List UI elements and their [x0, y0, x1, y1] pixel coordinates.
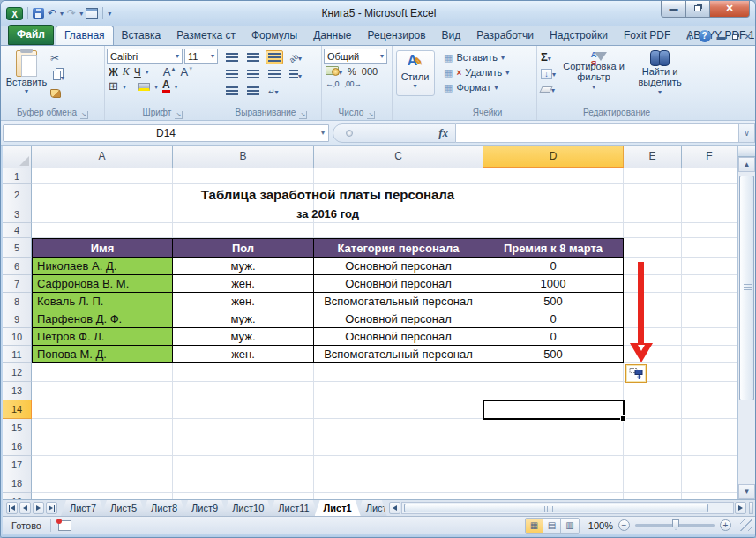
sheet-tab-Лист11[interactable]: Лист11	[269, 500, 318, 516]
cell-C13[interactable]	[314, 382, 483, 400]
chevron-down-icon[interactable]: ▾	[60, 10, 64, 18]
cell-D1[interactable]	[483, 168, 624, 184]
row-header-18[interactable]: 18	[3, 474, 32, 493]
dialog-launcher-icon[interactable]: ↘	[299, 111, 307, 119]
cell-A16[interactable]	[32, 437, 173, 456]
row-header-13[interactable]: 13	[3, 382, 32, 400]
cell-D15[interactable]	[483, 419, 624, 437]
decrease-decimal-button[interactable]: ,00→	[344, 79, 362, 88]
cell-C11[interactable]: Вспомогательный персонал	[314, 346, 483, 363]
cell-B3[interactable]	[173, 205, 314, 223]
redo-icon[interactable]: ↷	[66, 6, 77, 20]
formula-input[interactable]	[456, 123, 739, 143]
row-header-12[interactable]: 12	[3, 363, 32, 382]
paste-button[interactable]: Вставить ▾	[3, 49, 50, 108]
fill-button[interactable]: ↓▾	[541, 67, 556, 79]
cell-C1[interactable]	[314, 168, 483, 184]
touch-mode-icon[interactable]	[86, 8, 98, 19]
cell-B9[interactable]: муж.	[173, 310, 314, 328]
cell-B13[interactable]	[173, 382, 314, 400]
column-header-A[interactable]: A	[32, 146, 173, 168]
cell-E19[interactable]	[624, 493, 682, 499]
cell-C8[interactable]: Вспомогательный персонал	[314, 293, 483, 310]
cell-B19[interactable]	[173, 493, 314, 499]
cell-D17[interactable]	[483, 456, 624, 474]
cell-F18[interactable]	[682, 474, 737, 493]
cell-F17[interactable]	[682, 456, 737, 474]
cell-C10[interactable]: Основной персонал	[314, 328, 483, 346]
row-header-14[interactable]: 14	[3, 400, 32, 419]
cell-B12[interactable]	[173, 363, 314, 382]
row-header-16[interactable]: 16	[3, 437, 32, 456]
row-header-4[interactable]: 4	[3, 223, 32, 238]
cell-F4[interactable]	[682, 223, 737, 238]
column-header-E[interactable]: E	[624, 146, 682, 168]
ribbon-tab-Формулы[interactable]: Формулы	[243, 26, 305, 45]
align-left-button[interactable]	[223, 67, 241, 81]
column-header-F[interactable]: F	[682, 146, 737, 168]
formula-bar-expand-button[interactable]: ∨	[739, 123, 755, 143]
cell-C9[interactable]: Основной персонал	[314, 310, 483, 328]
cell-D18[interactable]	[483, 474, 624, 493]
cell-E1[interactable]	[624, 168, 682, 184]
shrink-font-button[interactable]: А▼	[180, 65, 193, 78]
autofill-options-button[interactable]	[625, 364, 647, 383]
qat-customize-icon[interactable]: ▾	[108, 10, 111, 18]
cell-A6[interactable]: Николаев А. Д.	[32, 258, 173, 275]
dialog-launcher-icon[interactable]: ↘	[367, 111, 375, 119]
ribbon-tab-Файл[interactable]: Файл	[8, 25, 54, 45]
sort-filter-button[interactable]: АЯ Сортировка и фильтр▾	[561, 50, 626, 98]
minimize-ribbon-icon[interactable]: ∧	[685, 32, 692, 41]
bold-button[interactable]: Ж	[109, 66, 118, 78]
cell-E18[interactable]	[624, 474, 682, 493]
copy-button[interactable]: ▾	[50, 68, 64, 85]
ribbon-tab-Foxit PDF[interactable]: Foxit PDF	[616, 26, 678, 45]
sheet-tab-Лист9[interactable]: Лист9	[183, 500, 227, 516]
underline-button[interactable]: Ч	[134, 66, 141, 78]
cell-C6[interactable]: Основной персонал	[314, 258, 483, 275]
help-icon[interactable]: ?	[699, 30, 711, 42]
cell-D7[interactable]: 1000	[483, 275, 624, 293]
scroll-up-icon[interactable]: ▲	[738, 157, 755, 172]
ribbon-tab-Вид[interactable]: Вид	[434, 26, 469, 45]
cell-A15[interactable]	[32, 419, 173, 437]
align-right-button[interactable]	[266, 67, 283, 81]
column-header-D[interactable]: D	[483, 146, 624, 168]
cell-F14[interactable]	[682, 400, 737, 419]
select-all-corner[interactable]	[3, 146, 32, 168]
cell-B1[interactable]	[173, 168, 314, 184]
merge-center-button[interactable]: ▾	[287, 67, 304, 81]
sheet-tab-Лист7[interactable]: Лист7	[61, 500, 105, 516]
font-size-combo[interactable]: 11▾	[184, 49, 218, 64]
cell-C3[interactable]	[314, 205, 483, 223]
align-top-button[interactable]	[223, 50, 241, 64]
minimize-button[interactable]: ▬	[661, 1, 686, 18]
decrease-indent-button[interactable]	[223, 84, 241, 98]
scroll-down-icon[interactable]: ▼	[738, 484, 755, 499]
cell-F10[interactable]	[682, 328, 737, 346]
cell-C12[interactable]	[314, 363, 483, 382]
cell-E4[interactable]	[624, 223, 682, 238]
row-header-7[interactable]: 7	[3, 275, 32, 293]
cell-E14[interactable]	[624, 400, 682, 419]
fill-color-icon[interactable]	[138, 83, 150, 91]
percent-style-button[interactable]: %	[348, 66, 356, 77]
workbook-close-icon[interactable]: ✕	[745, 32, 752, 41]
row-header-2[interactable]: 2	[3, 184, 32, 205]
scrollbar-split-handle[interactable]	[738, 146, 755, 157]
horizontal-scroll-track[interactable]	[401, 502, 734, 514]
cell-F5[interactable]	[682, 238, 737, 258]
restore-button[interactable]	[686, 1, 710, 18]
row-header-15[interactable]: 15	[3, 419, 32, 437]
macro-record-icon[interactable]	[58, 520, 71, 531]
accounting-format-button[interactable]: ▾	[326, 66, 342, 77]
wrap-text-button[interactable]: ↵▾	[266, 87, 281, 95]
cut-button[interactable]: ✂	[50, 52, 64, 64]
ribbon-tab-Разработчи[interactable]: Разработчи	[468, 26, 542, 45]
font-name-combo[interactable]: Calibri▾	[107, 49, 183, 64]
insert-cells-button[interactable]: ▦Вставить▾	[444, 52, 535, 63]
cell-F8[interactable]	[682, 293, 737, 310]
cell-C19[interactable]	[314, 493, 483, 499]
cell-D16[interactable]	[483, 437, 624, 456]
cell-B16[interactable]	[173, 437, 314, 456]
